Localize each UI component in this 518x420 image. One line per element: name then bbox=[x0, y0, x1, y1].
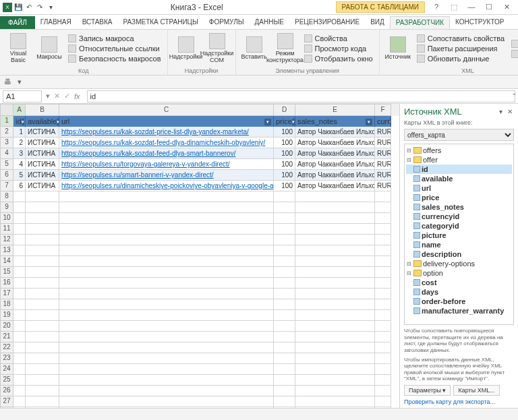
cell[interactable] bbox=[59, 332, 274, 342]
cell[interactable]: RUR bbox=[375, 181, 391, 191]
cell[interactable]: 100 bbox=[274, 138, 295, 148]
row-header[interactable]: 22 bbox=[0, 342, 13, 353]
cell[interactable] bbox=[295, 267, 375, 278]
tree-node-delivery-options[interactable]: ⊟delivery-options bbox=[406, 259, 512, 268]
row-header[interactable]: 11 bbox=[0, 224, 13, 235]
cell[interactable] bbox=[274, 235, 295, 245]
cell[interactable] bbox=[375, 235, 391, 245]
toolbar-dropdown-icon[interactable]: ▾ bbox=[15, 78, 24, 87]
cell[interactable]: Автор Чакканбаев Ильхом bbox=[295, 127, 375, 138]
cell[interactable] bbox=[295, 213, 375, 224]
cell[interactable] bbox=[59, 235, 274, 245]
table-header-price[interactable]: price▾ bbox=[274, 116, 295, 127]
cell[interactable] bbox=[26, 321, 59, 332]
cell[interactable] bbox=[295, 332, 375, 342]
tree-node-available[interactable]: available bbox=[406, 174, 512, 183]
cell[interactable] bbox=[59, 191, 274, 202]
cell[interactable]: Автор Чакканбаев Ильхом bbox=[295, 138, 375, 148]
filter-dropdown-icon[interactable]: ▾ bbox=[264, 119, 271, 125]
name-box[interactable] bbox=[3, 90, 42, 102]
cell[interactable] bbox=[274, 375, 295, 386]
cell[interactable] bbox=[26, 364, 59, 375]
cell[interactable] bbox=[26, 267, 59, 278]
cell[interactable]: ИСТИНА bbox=[26, 181, 59, 191]
cell[interactable] bbox=[59, 299, 274, 310]
cell[interactable] bbox=[274, 289, 295, 299]
cell[interactable] bbox=[26, 386, 59, 396]
xml-options-button[interactable]: Параметры ▾ bbox=[404, 385, 451, 396]
cell[interactable] bbox=[295, 364, 375, 375]
cell[interactable] bbox=[274, 224, 295, 235]
print-icon[interactable]: 🖶 bbox=[3, 78, 12, 87]
ribbon-безопасность-макросов[interactable]: Безопасность макросов bbox=[66, 54, 163, 63]
row-header[interactable]: 18 bbox=[0, 299, 13, 310]
cell[interactable] bbox=[59, 396, 274, 407]
cell[interactable] bbox=[59, 278, 274, 289]
cell[interactable]: 6 bbox=[13, 181, 26, 191]
ribbon-collapse-icon[interactable]: ⬚ bbox=[447, 3, 461, 11]
tab-данные[interactable]: ДАННЫЕ bbox=[250, 16, 289, 29]
ribbon-обновить-данные[interactable]: Обновить данные bbox=[415, 54, 507, 63]
cell[interactable] bbox=[295, 386, 375, 396]
ribbon-отобразить-окно[interactable]: Отобразить окно bbox=[302, 54, 375, 63]
worksheet[interactable]: ABCDEF 1id▾available▾url▾price▾sales_not… bbox=[0, 104, 399, 408]
tree-node-url[interactable]: url bbox=[406, 183, 512, 193]
help-icon[interactable]: ? bbox=[429, 3, 444, 11]
xml-tree[interactable]: ⊟offers⊟offeridavailableurlpricesales_no… bbox=[404, 144, 514, 325]
cell[interactable]: RUR bbox=[375, 127, 391, 138]
cell[interactable] bbox=[26, 235, 59, 245]
cell[interactable] bbox=[295, 321, 375, 332]
table-header-url[interactable]: url▾ bbox=[59, 116, 274, 127]
cell[interactable] bbox=[13, 364, 26, 375]
cell[interactable] bbox=[13, 299, 26, 310]
cell[interactable]: RUR bbox=[375, 170, 391, 181]
cell[interactable] bbox=[59, 245, 274, 256]
cell[interactable] bbox=[375, 353, 391, 364]
cell[interactable]: 100 bbox=[274, 181, 295, 191]
cell[interactable]: Автор Чакканбаев Ильхом bbox=[295, 148, 375, 159]
tree-node-offers[interactable]: ⊟offers bbox=[406, 146, 512, 155]
cell[interactable] bbox=[274, 202, 295, 213]
cell[interactable] bbox=[59, 342, 274, 353]
cell[interactable]: https://seopulses.ru/torgovaya-galereya-… bbox=[59, 159, 274, 170]
tab-file[interactable]: ФАЙЛ bbox=[0, 16, 35, 29]
cell[interactable] bbox=[274, 386, 295, 396]
cell[interactable] bbox=[375, 364, 391, 375]
row-header[interactable]: 20 bbox=[0, 321, 13, 332]
pane-dropdown-icon[interactable]: ▾ bbox=[496, 108, 505, 115]
formula-expand-icon[interactable]: ⌄ bbox=[511, 89, 517, 96]
fx-icon[interactable]: fx bbox=[74, 92, 80, 100]
cell[interactable] bbox=[59, 289, 274, 299]
row-header[interactable]: 10 bbox=[0, 213, 13, 224]
cell[interactable]: RUR bbox=[375, 148, 391, 159]
ribbon-сопоставить-свойства[interactable]: Сопоставить свойства bbox=[415, 34, 507, 43]
cell[interactable] bbox=[26, 224, 59, 235]
tab-вставка[interactable]: ВСТАВКА bbox=[77, 16, 118, 29]
tab-главная[interactable]: ГЛАВНАЯ bbox=[35, 16, 77, 29]
cell[interactable] bbox=[26, 375, 59, 386]
cell[interactable]: Автор Чакканбаев Ильхом bbox=[295, 170, 375, 181]
cell[interactable] bbox=[295, 191, 375, 202]
save-icon[interactable]: 💾 bbox=[13, 3, 23, 12]
col-header-E[interactable]: E bbox=[295, 104, 375, 116]
cell[interactable] bbox=[375, 396, 391, 407]
cell[interactable]: 4 bbox=[13, 159, 26, 170]
row-header[interactable]: 23 bbox=[0, 353, 13, 364]
table-header-curr[interactable]: curr▾ bbox=[375, 116, 391, 127]
cell[interactable]: https://seopulses.ru/smart-banneri-v-yan… bbox=[59, 170, 274, 181]
cell[interactable] bbox=[375, 386, 391, 396]
xml-verify-link[interactable]: Проверить карту для экспорта... bbox=[404, 398, 514, 405]
cell[interactable] bbox=[295, 235, 375, 245]
cell[interactable] bbox=[295, 245, 375, 256]
cell[interactable] bbox=[375, 289, 391, 299]
row-header[interactable]: 4 bbox=[0, 148, 13, 159]
cell[interactable] bbox=[26, 191, 59, 202]
cell[interactable] bbox=[26, 299, 59, 310]
cell[interactable] bbox=[26, 289, 59, 299]
cell[interactable] bbox=[13, 245, 26, 256]
maximize-icon[interactable]: ☐ bbox=[482, 3, 496, 11]
cell[interactable] bbox=[295, 202, 375, 213]
cell[interactable] bbox=[13, 235, 26, 245]
tree-node-picture[interactable]: picture bbox=[406, 231, 512, 240]
row-header[interactable]: 13 bbox=[0, 245, 13, 256]
